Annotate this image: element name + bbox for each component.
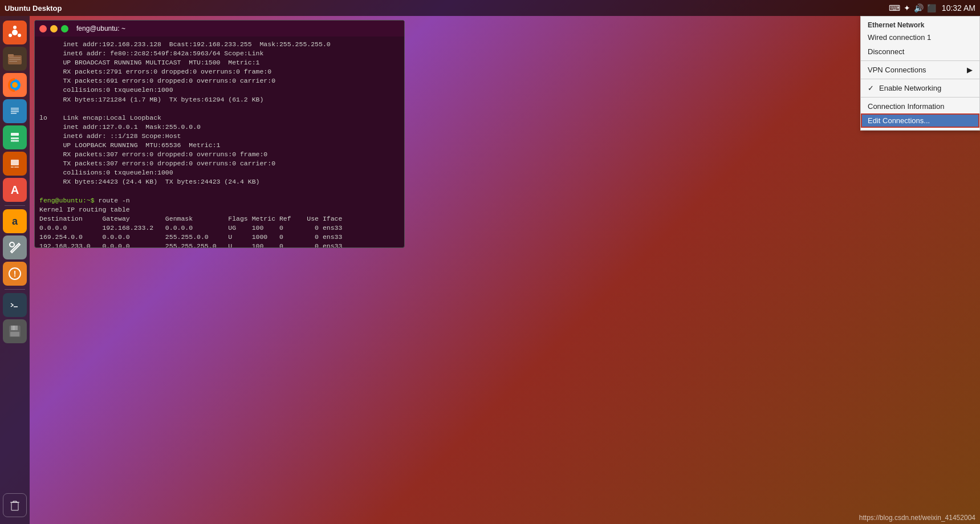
- dock-separator-2: [5, 289, 25, 290]
- svg-rect-32: [9, 300, 21, 310]
- svg-rect-36: [13, 326, 15, 330]
- enable-networking-label: Enable Networking: [879, 84, 941, 92]
- svg-text:!: !: [14, 269, 17, 278]
- svg-point-4: [9, 34, 12, 37]
- bluetooth-icon[interactable]: ✦: [904, 3, 910, 13]
- impress-icon[interactable]: [3, 152, 27, 176]
- menu-separator-3: [861, 97, 979, 98]
- svg-rect-24: [16, 140, 19, 142]
- calc-icon[interactable]: [3, 125, 27, 149]
- wired-connection-item[interactable]: Wired connection 1: [861, 30, 979, 44]
- update-icon[interactable]: !: [3, 262, 27, 286]
- svg-point-3: [18, 34, 21, 37]
- svg-rect-16: [11, 113, 17, 114]
- minimize-button[interactable]: [50, 25, 58, 33]
- ethernet-label: Ethernet Network: [861, 19, 979, 30]
- check-icon: ✓: [868, 84, 877, 92]
- edit-connections-item[interactable]: Edit Connections...: [861, 113, 979, 128]
- keyboard-icon[interactable]: ⌨: [889, 3, 900, 13]
- svg-rect-20: [14, 137, 17, 139]
- svg-rect-14: [11, 109, 19, 111]
- connection-information-item[interactable]: Connection Information: [861, 99, 979, 113]
- time-display: 10:32 AM: [942, 3, 975, 13]
- trash-icon[interactable]: [3, 493, 27, 517]
- svg-point-29: [10, 242, 14, 247]
- disconnect-label: Disconnect: [868, 47, 904, 56]
- topbar-title: Ubuntu Desktop: [5, 4, 62, 13]
- volume-icon[interactable]: 🔊: [914, 3, 924, 13]
- terminal-body[interactable]: inet addr:192.168.233.128 Bcast:192.168.…: [35, 36, 404, 247]
- network-icon[interactable]: ⬛: [927, 4, 936, 13]
- svg-rect-7: [9, 58, 21, 58]
- svg-rect-38: [11, 502, 18, 510]
- writer-icon[interactable]: [3, 99, 27, 123]
- svg-rect-26: [11, 160, 19, 165]
- svg-rect-21: [16, 137, 19, 139]
- terminal-window: feng@ubuntu: ~ inet addr:192.168.233.128…: [34, 20, 405, 248]
- svg-rect-15: [11, 111, 19, 112]
- url-bar: https://blog.csdn.net/weixin_41452004: [859, 514, 975, 522]
- terminal-icon[interactable]: [3, 293, 27, 317]
- anjuta-icon[interactable]: A: [3, 178, 27, 202]
- enable-networking-item[interactable]: ✓ Enable Networking: [861, 81, 979, 95]
- maximize-button[interactable]: [61, 25, 68, 33]
- terminal-titlebar: feng@ubuntu: ~: [35, 21, 404, 36]
- edit-connections-label: Edit Connections...: [868, 116, 930, 125]
- svg-rect-23: [14, 140, 17, 142]
- wired-connection-label: Wired connection 1: [868, 33, 931, 42]
- vpn-connections-item[interactable]: VPN Connections ▶: [861, 63, 979, 77]
- close-button[interactable]: [39, 25, 47, 33]
- svg-point-11: [12, 82, 18, 88]
- vpn-arrow-icon: ▶: [967, 66, 973, 74]
- topbar: Ubuntu Desktop ⌨ ✦ 🔊 ⬛ 10:32 AM: [0, 0, 980, 16]
- files-icon[interactable]: [3, 47, 27, 71]
- svg-rect-8: [9, 59, 21, 60]
- topbar-icons: ⌨ ✦ 🔊 ⬛: [889, 3, 936, 13]
- terminal-title: feng@ubuntu: ~: [76, 25, 125, 33]
- svg-rect-19: [11, 137, 14, 139]
- firefox-icon[interactable]: [3, 73, 27, 97]
- url-text: https://blog.csdn.net/weixin_41452004: [859, 514, 975, 522]
- topbar-right: ⌨ ✦ 🔊 ⬛ 10:32 AM: [889, 3, 975, 13]
- svg-rect-22: [11, 140, 14, 142]
- desktop: Ubuntu Desktop ⌨ ✦ 🔊 ⬛ 10:32 AM: [0, 0, 980, 524]
- dock: A a !: [0, 16, 30, 524]
- dock-separator-1: [5, 205, 25, 206]
- ubuntu-logo-icon[interactable]: [3, 21, 27, 44]
- network-dropdown-menu: Ethernet Network Wired connection 1 Disc…: [860, 16, 980, 131]
- menu-separator-1: [861, 60, 979, 61]
- menu-separator-2: [861, 79, 979, 79]
- svg-point-2: [13, 26, 17, 29]
- connection-information-label: Connection Information: [868, 102, 944, 111]
- vpn-label: VPN Connections: [868, 66, 926, 74]
- svg-rect-27: [11, 166, 14, 168]
- svg-rect-28: [14, 166, 19, 168]
- svg-rect-18: [11, 133, 19, 136]
- svg-point-1: [12, 30, 18, 35]
- amazon-icon[interactable]: a: [3, 209, 27, 233]
- svg-rect-13: [11, 108, 19, 109]
- tools-icon[interactable]: [3, 235, 27, 259]
- svg-rect-9: [9, 61, 17, 62]
- svg-rect-6: [8, 54, 14, 57]
- disconnect-item[interactable]: Disconnect: [861, 44, 979, 59]
- svg-rect-37: [10, 332, 19, 336]
- save-icon[interactable]: [3, 319, 27, 343]
